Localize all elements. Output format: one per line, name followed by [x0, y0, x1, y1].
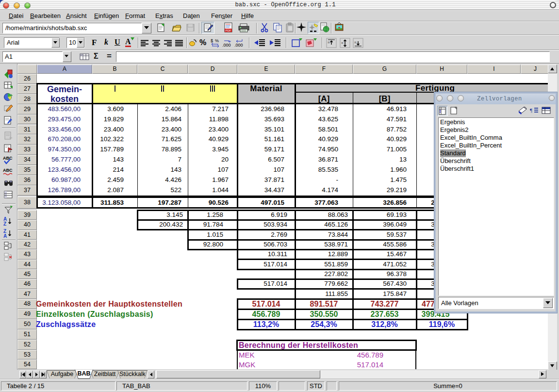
svg-text:=: =	[354, 40, 357, 45]
svg-text:%: %	[215, 38, 219, 43]
svg-text:PDF: PDF	[226, 29, 231, 32]
svg-text:$: $	[211, 38, 213, 43]
svg-text:.000: .000	[222, 43, 231, 48]
svg-text:¶: ¶	[530, 107, 532, 113]
svg-text:Z: Z	[3, 221, 6, 226]
svg-text:ABC: ABC	[3, 168, 13, 173]
svg-text:=: =	[341, 41, 344, 45]
svg-text:A: A	[3, 233, 7, 238]
svg-text:=: =	[328, 40, 330, 45]
svg-text:.000: .000	[234, 43, 243, 48]
svg-text:ABC: ABC	[3, 156, 13, 161]
